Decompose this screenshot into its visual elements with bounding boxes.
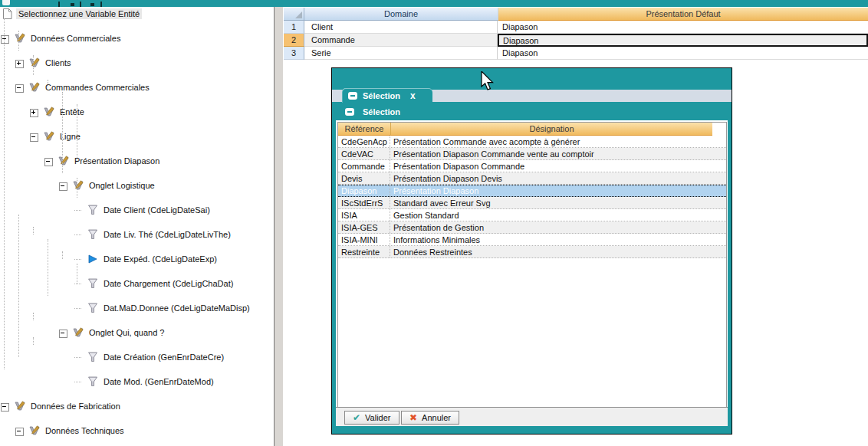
selection-dialog: Sélection x Sélection Référence Désignat… [331,67,732,435]
list-item[interactable]: CdeVACPrésentation Diapason Commande ven… [338,148,726,160]
expand-toggle-minus-icon[interactable] [1,403,9,412]
cell-designation: Présentation Diapason Commande vente au … [390,148,712,159]
expand-toggle-minus-icon[interactable] [15,84,24,93]
cancel-button-label: Annuler [422,413,451,422]
tree-item-label[interactable]: Date Client (CdeLigDateSai) [101,205,212,215]
tree-guide-line [33,313,35,320]
tree-guide-line [18,215,20,357]
tree-item-label[interactable]: Onglet Qui, quand ? [87,327,166,338]
row-number[interactable]: 2 [284,34,304,47]
expand-toggle-minus-icon[interactable] [44,158,53,166]
cell-reference: Diapason [338,185,390,196]
tree-item-label[interactable]: Données Techniques [43,425,127,436]
tree-item-label[interactable]: Commandes Commerciales [43,82,152,93]
tree-item: Données de Fabrication [1,400,274,412]
tree-connector [44,155,58,167]
list-item[interactable]: DiapasonPrésentation Diapason [338,185,726,197]
column-header-designation[interactable]: Désignation [391,123,712,136]
list-body: CdeGenAcpPrésentation Commande avec acom… [338,136,726,258]
row-number[interactable]: 3 [284,47,304,60]
branch-icon [43,107,55,117]
cell-presentation-defaut[interactable]: Diapason [498,21,868,34]
funnel-icon [87,376,99,387]
dialog-body: Référence Désignation CdeGenAcpPrésentat… [336,120,728,426]
cell-reference: IScStdErrS [338,197,390,208]
cell-domaine: Serie [304,47,498,60]
tree-item: Date Liv. Thé (CdeLigDateLivThe) [74,228,274,241]
tree-connector [59,326,72,339]
branch-icon [14,401,26,412]
tree-item-label[interactable]: Date Chargement (CdeLigChaDat) [101,278,235,289]
column-header-domaine[interactable]: Domaine [304,8,498,21]
tree-guide-line [62,251,64,259]
cell-presentation-defaut[interactable]: Diapason [498,34,868,47]
expand-toggle-minus-icon[interactable] [15,428,24,436]
tree-item-label[interactable]: Dat.MaD.Donnee (CdeLigDateMaDisp) [101,303,252,313]
table-row: 2CommandeDiapason [284,34,868,47]
cell-presentation-defaut[interactable]: Diapason [498,47,868,60]
list-item[interactable]: ISIA-GESPrésentation de Gestion [338,221,726,234]
tree-guide-line [77,178,78,198]
tree-item-label[interactable]: Données Commerciales [28,33,123,44]
tree-item: Date Client (CdeLigDateSai) [74,204,274,216]
tree-item-label[interactable]: Date Liv. Thé (CdeLigDateLivThe) [101,229,233,240]
list-item[interactable]: CdeGenAcpPrésentation Commande avec acom… [338,136,726,148]
tree-connector [74,351,87,363]
tree-item-label[interactable]: Clients [43,57,74,68]
tree-item: Dat.MaD.Donnee (CdeLigDateMaDisp) [74,302,274,314]
cell-reference: ISIA-MINI [338,234,390,245]
tree-item-label[interactable]: Ligne [58,131,83,142]
cell-domaine: Commande [304,34,498,47]
tree-item: Onglet Logistique [59,179,274,192]
cell-designation: Présentation de Gestion [390,221,712,233]
validate-button-label: Valider [365,413,390,422]
table-body: 1ClientDiapason2CommandeDiapason3SerieDi… [284,21,868,60]
tree-item: Date Mod. (GenEnrDateMod) [74,375,274,388]
tree-item: Commandes Commerciales [15,81,274,93]
expand-toggle-plus-icon[interactable] [15,60,24,68]
tree-item-label[interactable]: Date Expéd. (CdeLigDateExp) [101,254,219,264]
list-item[interactable]: ISIA-MINIInformations Minimales [338,234,726,246]
tree-connector [1,32,14,44]
expand-toggle-minus-icon[interactable] [30,133,38,142]
expand-toggle-minus-icon[interactable] [59,182,67,191]
column-header-presentation-defaut[interactable]: Présentation Défaut [498,8,868,21]
cell-reference: ISIA [338,209,390,221]
tree-item-label[interactable]: Données de Fabrication [28,401,123,412]
tree-item-label[interactable]: Date Création (GenEnrDateCre) [101,352,226,362]
tab-selection[interactable]: Sélection x [342,88,432,103]
expand-toggle-plus-icon[interactable] [30,109,38,117]
tree-item: Date Création (GenEnrDateCre) [74,351,274,363]
branch-icon [28,82,41,93]
domain-presentation-table: Domaine Présentation Défaut 1ClientDiapa… [284,8,868,60]
validate-button[interactable]: ✔ Valider [344,411,399,425]
select-all-corner[interactable] [284,8,304,21]
tree-item: Clients [15,57,274,69]
tree-connector [1,400,14,412]
tree-item: Ligne [30,130,274,143]
branch-icon [58,156,70,166]
branch-icon [14,33,26,44]
list-item[interactable]: ISIAGestion Standard [338,209,726,221]
tree-item-label[interactable]: Date Mod. (GenEnrDateMod) [101,376,216,387]
list-item[interactable]: CommandePrésentation Diapason Commande [338,160,726,172]
tree-item-label[interactable]: Présentation Diapason [72,156,162,166]
tree-item-label[interactable]: Onglet Logistique [87,180,157,191]
tree-item-label[interactable]: Selectionnez une Variable Entité [16,8,142,19]
list-item[interactable]: DevisPrésentation Diapason Devis [338,172,726,185]
tree-connector [30,106,43,118]
cell-reference: CdeVAC [338,148,390,159]
list-item[interactable]: IScStdErrSStandard avec Erreur Svg [338,197,726,209]
row-number[interactable]: 1 [284,21,304,34]
tab-close-icon[interactable]: x [410,92,416,100]
branch-icon [43,131,55,142]
entity-variable-tree: Selectionnez une Variable EntitéDonnées … [0,8,274,375]
funnel-icon [87,205,99,215]
column-header-reference[interactable]: Référence [338,123,391,136]
cancel-button[interactable]: ✖ Annuler [401,411,459,425]
tree-guide-line [4,18,5,369]
tree-item: Données Commerciales [1,32,274,44]
expand-toggle-minus-icon[interactable] [59,330,67,338]
list-item[interactable]: RestreinteDonnées Restreintes [338,246,726,258]
tree-guide-line [33,227,35,234]
